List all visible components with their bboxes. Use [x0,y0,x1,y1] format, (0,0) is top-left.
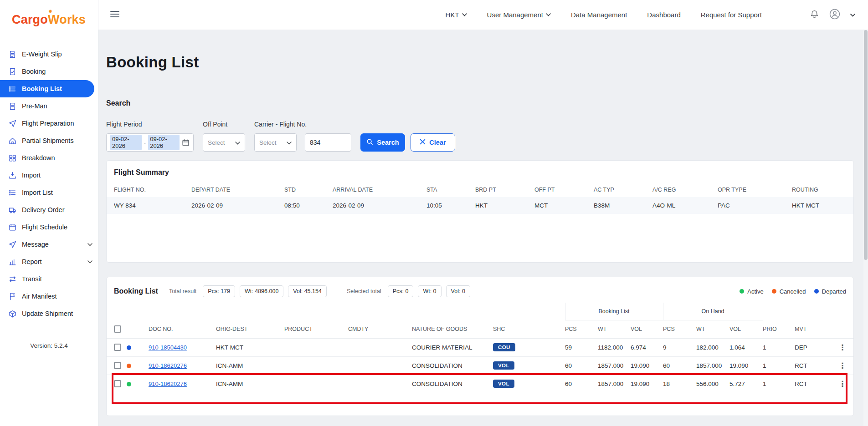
cell-orig-dest: HKT-MCT [216,338,284,356]
legend-dot-cancelled [772,289,776,294]
carrier-select[interactable]: Select [254,133,297,152]
cell-onhand-pcs: 9 [663,338,696,356]
status-dot-departed [127,345,131,350]
nav-item-request-for-support[interactable]: Request for Support [701,11,762,19]
kebab-menu-icon[interactable]: ⋮ [839,343,847,352]
flight-period-input[interactable]: 09-02-2026 - 09-02-2026 [106,133,194,152]
sidebar-item-import-list[interactable]: Import List [0,184,98,201]
scrollbar-thumb[interactable] [864,30,868,260]
sidebar-item-flight-schedule[interactable]: Flight Schedule [0,218,98,236]
nav-item-dashboard[interactable]: Dashboard [647,11,680,19]
sidebar-item-report[interactable]: Report [0,253,98,270]
vertical-scrollbar[interactable] [863,30,868,426]
user-menu-button[interactable] [829,9,840,21]
content-area: Booking List Search Flight Period 09-02-… [98,30,868,426]
cell-product [284,356,348,375]
shc-badge: VOL [493,361,514,370]
kebab-menu-icon[interactable]: ⋮ [839,361,847,370]
chevron-down-icon [235,138,240,147]
logo-text-cargo: Cargo [12,13,48,26]
cell-mvt: DEP [795,338,831,356]
cell-onhand-pcs: 60 [663,356,696,375]
nav-item-data-management[interactable]: Data Management [571,11,627,19]
weight-slip-icon [8,50,16,58]
carrier-flight-group: Carrier - Flight No. Select [254,121,351,152]
column-header-mvt-13: MVT [795,320,831,338]
flight-no-input[interactable] [305,133,351,152]
total-chips: Pcs: 179Wt: 4896.000Vol: 45.154 [203,285,327,297]
flight-preparation-icon [8,119,16,127]
flight-period-from[interactable]: 09-02-2026 [110,135,142,150]
table-row[interactable]: 910-18620276ICN-AMMCONSOLIDATIONVOL60185… [107,356,854,375]
off-point-group: Off Point Select [203,121,245,152]
flight-summary-cell: WY 834 [107,197,191,214]
menu-toggle-button[interactable] [108,9,121,21]
nav-item-user-management[interactable]: User Management [487,11,551,19]
search-actions: Search Clear [360,133,455,152]
column-header-pcs-6: PCS [565,320,598,338]
booking-list-card: Booking List Total result Pcs: 179Wt: 48… [106,277,854,416]
sidebar-item-booking-list[interactable]: Booking List [0,80,94,97]
sidebar-item-e-weight-slip[interactable]: E-Weight Slip [0,46,98,63]
table-row[interactable]: 910-18504430HKT-MCTCOURIER MATERIALCOU59… [107,338,854,356]
sidebar-item-air-manifest[interactable]: Air Manifest [0,288,98,305]
row-checkbox[interactable] [114,344,121,351]
column-header-wt-10: WT [696,320,729,338]
sidebar-item-label: Import [22,172,41,179]
column-header-wt-7: WT [598,320,631,338]
kebab-menu-icon[interactable]: ⋮ [839,380,847,388]
legend-item-cancelled: Cancelled [772,288,806,295]
sidebar-item-delivery-order[interactable]: Delivery Order [0,201,98,218]
doc-no-link[interactable]: 910-18504430 [149,344,187,351]
off-point-select[interactable]: Select [203,133,245,152]
column-header-arrival-date: ARRIVAL DATE [333,183,426,197]
row-checkbox[interactable] [114,380,121,387]
select-all-checkbox[interactable] [114,325,121,333]
flight-period-to[interactable]: 09-02-2026 [148,135,180,150]
flight-summary-row[interactable]: WY 8342026-02-0908:502026-02-0910:05HKTM… [107,197,854,214]
sidebar-item-flight-preparation[interactable]: Flight Preparation [0,115,98,132]
cell-onhand-wt: 556.000 [696,375,729,393]
sidebar-nav: E-Weight SlipBookingBooking ListPre-ManF… [0,46,98,322]
topbar-right [810,9,855,21]
chevron-down-icon [87,243,92,246]
notifications-button[interactable] [810,10,819,20]
row-checkbox[interactable] [114,362,121,369]
cell-mvt: RCT [795,375,831,393]
cell-booking-wt: 1182.000 [598,338,631,356]
clear-button[interactable]: Clear [411,133,455,152]
doc-no-link[interactable]: 910-18620276 [149,380,187,387]
sidebar-item-booking[interactable]: Booking [0,63,98,80]
doc-no-link[interactable]: 910-18620276 [149,362,187,369]
cell-booking-vol: 6.974 [631,338,663,356]
flight-summary-cell: 2026-02-09 [191,197,284,214]
column-header-depart-date: DEPART DATE [191,183,284,197]
user-menu-chevron[interactable] [850,11,855,18]
transit-icon [8,275,16,283]
flight-summary-cell: 10:05 [426,197,475,214]
total-chip: Pcs: 179 [203,285,235,297]
sidebar-item-pre-man[interactable]: Pre-Man [0,97,98,115]
sidebar-item-transit[interactable]: Transit [0,270,98,288]
cargoworks-logo: Cargo✹Works [0,0,98,46]
sidebar-item-breakdown[interactable]: Breakdown [0,149,98,167]
booking-list-title: Booking List [114,287,158,295]
cell-booking-wt: 1857.000 [598,375,631,393]
shc-badge: VOL [493,380,514,388]
flight-summary-cell: 08:50 [284,197,333,214]
column-header-opr-type: OPR TYPE [718,183,792,197]
sidebar-item-message[interactable]: Message [0,236,98,253]
column-header-pcs-9: PCS [663,320,696,338]
search-button[interactable]: Search [360,133,405,152]
off-point-label: Off Point [203,121,245,128]
sidebar-item-partial-shipments[interactable]: Partial Shipments [0,132,98,149]
cell-product [284,375,348,393]
sidebar-item-update-shipment[interactable]: Update Shipment [0,305,98,322]
table-row-highlighted[interactable]: 910-18620276ICN-AMMCONSOLIDATIONVOL60185… [107,375,854,393]
selected-chip: Wt: 0 [418,285,441,297]
calendar-icon[interactable] [182,139,190,147]
air-manifest-icon [8,292,16,300]
station-selector[interactable]: HKT [446,11,467,19]
sidebar-item-import[interactable]: Import [0,167,98,184]
off-point-value: Select [208,139,225,146]
